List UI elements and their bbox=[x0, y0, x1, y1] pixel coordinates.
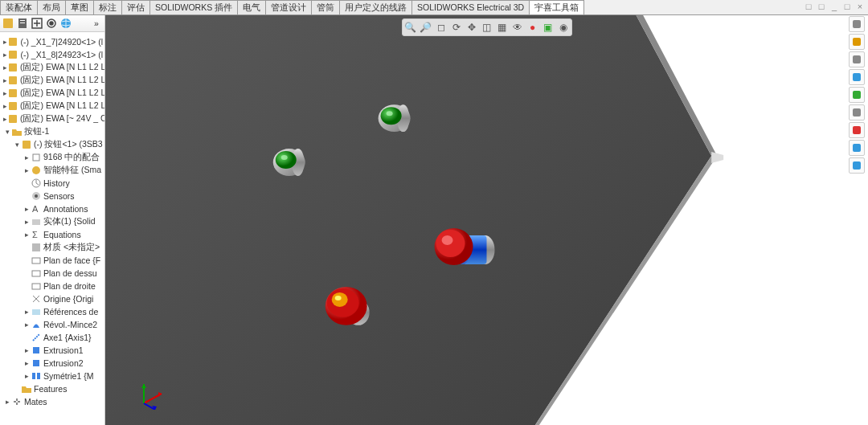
model-view[interactable] bbox=[105, 15, 868, 425]
tab-5[interactable]: SOLIDWORKS 插件 bbox=[149, 0, 238, 14]
tree-item[interactable]: ▸Révol.-Mince2 bbox=[2, 318, 103, 331]
expand-toggle-icon[interactable]: ▸ bbox=[23, 359, 31, 367]
render-icon[interactable]: ◉ bbox=[556, 20, 571, 35]
cut-icon[interactable] bbox=[849, 51, 865, 67]
config-icon[interactable] bbox=[2, 17, 14, 30]
tree-item[interactable]: Plan de face {F bbox=[2, 254, 103, 267]
tree-item[interactable]: ▸(-) _X1_7|24920<1> (l bbox=[2, 35, 103, 48]
zoom-area-icon[interactable]: ◻ bbox=[434, 20, 448, 35]
tree-item-label: (-) 按钮<1> (3SB3 bbox=[34, 139, 103, 150]
appearance-icon[interactable] bbox=[849, 69, 865, 85]
tree-item[interactable]: 材质 <未指定> bbox=[2, 241, 103, 254]
display-icon[interactable] bbox=[45, 17, 58, 30]
tree-item[interactable]: ▸9168 中的配合 bbox=[2, 151, 103, 164]
svg-rect-39 bbox=[37, 373, 40, 379]
window-close-icon[interactable]: × bbox=[855, 2, 865, 11]
section-icon[interactable]: ◫ bbox=[480, 20, 494, 35]
green-indicator-1[interactable] bbox=[273, 149, 305, 176]
tree-item[interactable]: Axe1 {Axis1} bbox=[2, 331, 103, 344]
tree-item[interactable]: ▸(固定) EWA [N L1 L2 L bbox=[2, 100, 103, 112]
expand-toggle-icon[interactable]: ▸ bbox=[3, 398, 11, 406]
tree-item[interactable]: ▸(固定) EWA [~ 24V _ C bbox=[2, 112, 103, 125]
window-max-icon[interactable]: □ bbox=[842, 2, 852, 11]
tree-item[interactable]: Plan de droite bbox=[2, 280, 103, 292]
tree-item[interactable]: ▸实体(1) {Solid bbox=[2, 215, 103, 228]
tree-item[interactable]: History bbox=[2, 177, 103, 190]
window-min-icon[interactable]: _ bbox=[829, 2, 839, 11]
expand-icon[interactable] bbox=[31, 17, 43, 30]
svg-rect-73 bbox=[853, 108, 861, 116]
home-icon[interactable] bbox=[849, 16, 865, 32]
tree-item[interactable]: ▸(固定) EWA [N L1 L2 L bbox=[2, 61, 103, 74]
tab-7[interactable]: 管道设计 bbox=[265, 0, 312, 14]
section-icon[interactable] bbox=[849, 104, 865, 121]
filter-icon[interactable] bbox=[16, 17, 29, 30]
display-icon[interactable]: ▦ bbox=[495, 20, 510, 35]
scene-icon[interactable] bbox=[849, 122, 865, 138]
tab-8[interactable]: 管筒 bbox=[311, 0, 340, 14]
tree-item-label: 按钮-1 bbox=[24, 126, 49, 137]
feature-tree[interactable]: ▸(-) _X1_7|24920<1> (l▸(-) _X1_8|24923<1… bbox=[0, 32, 104, 425]
expand-toggle-icon[interactable]: ▾ bbox=[13, 141, 21, 149]
pan-icon[interactable]: ✥ bbox=[465, 20, 479, 35]
tree-item-label: Features bbox=[34, 384, 67, 394]
hide-icon[interactable]: » bbox=[90, 17, 103, 30]
zoom-icon[interactable]: 🔎 bbox=[419, 20, 433, 35]
tree-item[interactable]: ▸智能特征 (Sma bbox=[2, 164, 103, 177]
expand-toggle-icon[interactable]: ▸ bbox=[23, 218, 31, 226]
help-icon[interactable] bbox=[849, 157, 865, 174]
svg-rect-17 bbox=[23, 141, 31, 149]
panel-face[interactable] bbox=[105, 15, 711, 425]
expand-toggle-icon[interactable]: ▾ bbox=[3, 128, 11, 136]
tree-item[interactable]: ▸(固定) EWA [N L1 L2 L bbox=[2, 74, 103, 87]
tree-item[interactable]: ▾(-) 按钮<1> (3SB3 bbox=[2, 138, 103, 151]
globe-icon[interactable] bbox=[59, 17, 72, 30]
texture-icon[interactable] bbox=[849, 87, 865, 103]
tree-item[interactable]: ▸Symétrie1 {M bbox=[2, 370, 103, 382]
expand-toggle-icon[interactable]: ▸ bbox=[23, 166, 31, 174]
tree-item[interactable]: Origine {Origi bbox=[2, 292, 103, 305]
tree-item[interactable]: ▸(-) _X1_8|24923<1> (l bbox=[2, 48, 103, 61]
hide-icon[interactable]: 👁 bbox=[510, 20, 525, 35]
tree-item[interactable]: ▸AAnnotations bbox=[2, 202, 103, 215]
green-indicator-2[interactable] bbox=[379, 104, 411, 132]
expand-toggle-icon[interactable]: ▸ bbox=[23, 205, 31, 213]
svg-rect-34 bbox=[32, 309, 40, 315]
tab-9[interactable]: 用户定义的线路 bbox=[339, 0, 412, 14]
tab-2[interactable]: 草图 bbox=[65, 0, 94, 14]
tree-item[interactable]: ▸ΣEquations bbox=[2, 228, 103, 241]
expand-toggle-icon[interactable]: ▸ bbox=[23, 308, 31, 316]
asm-icon bbox=[7, 113, 18, 125]
graphics-viewport[interactable]: 🔍🔎◻⟳✥◫▦👁●▣◉ bbox=[105, 15, 868, 425]
tab-3[interactable]: 标注 bbox=[93, 0, 122, 14]
expand-toggle-icon[interactable]: ▸ bbox=[23, 346, 31, 354]
rotate-icon[interactable]: ⟳ bbox=[449, 20, 464, 35]
tab-10[interactable]: SOLIDWORKS Electrical 3D bbox=[411, 0, 530, 14]
zoom-fit-icon[interactable]: 🔍 bbox=[403, 20, 418, 35]
tab-6[interactable]: 电气 bbox=[237, 0, 266, 14]
tree-item[interactable]: ▸Mates bbox=[2, 395, 103, 408]
window-expand-icon[interactable]: □ bbox=[817, 2, 826, 11]
tree-item[interactable]: Sensors bbox=[2, 190, 103, 202]
rebuild-icon[interactable] bbox=[849, 34, 865, 50]
tab-0[interactable]: 装配体 bbox=[0, 0, 38, 14]
tree-item[interactable]: ▸(固定) EWA [N L1 L2 L bbox=[2, 87, 103, 100]
tree-item[interactable]: ▸Extrusion1 bbox=[2, 344, 103, 357]
tree-item[interactable]: ▾按钮-1 bbox=[2, 125, 103, 138]
expand-toggle-icon[interactable]: ▸ bbox=[23, 372, 31, 380]
tree-item[interactable]: ▸Références de bbox=[2, 305, 103, 318]
tab-4[interactable]: 评估 bbox=[121, 0, 150, 14]
tree-item[interactable]: ▸Extrusion2 bbox=[2, 357, 103, 370]
expand-toggle-icon[interactable]: ▸ bbox=[23, 321, 31, 329]
expand-toggle-icon[interactable]: ▸ bbox=[23, 153, 31, 161]
tree-item[interactable]: Features bbox=[2, 382, 103, 395]
tree-item[interactable]: Plan de dessu bbox=[2, 267, 103, 280]
scene-icon[interactable]: ▣ bbox=[541, 20, 555, 35]
expand-toggle-icon[interactable]: ▸ bbox=[23, 231, 31, 239]
tab-1[interactable]: 布局 bbox=[37, 0, 66, 14]
window-collapse-icon[interactable]: □ bbox=[804, 2, 813, 11]
svg-rect-14 bbox=[9, 89, 17, 97]
web-icon[interactable] bbox=[849, 140, 865, 156]
appearance-icon[interactable]: ● bbox=[526, 20, 540, 35]
tab-11[interactable]: 宇喜工具箱 bbox=[529, 0, 584, 14]
